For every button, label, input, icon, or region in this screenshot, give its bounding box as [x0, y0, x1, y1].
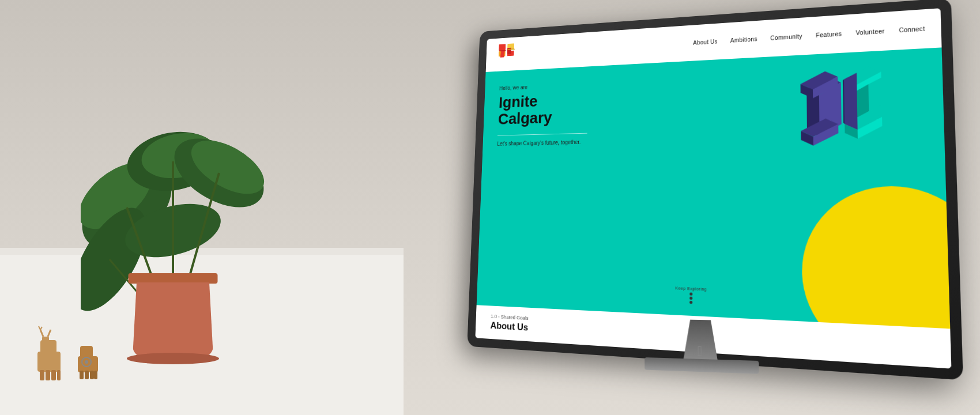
svg-line-23 [40, 327, 42, 330]
nav-link-community[interactable]: Community [770, 33, 802, 41]
hero-section: Hello, we are Ignite Calgary Let's shape… [477, 47, 951, 329]
svg-rect-26 [80, 371, 84, 379]
hero-yellow-circle [801, 186, 950, 329]
svg-rect-25 [80, 346, 93, 359]
svg-rect-16 [46, 370, 50, 380]
svg-line-20 [40, 330, 43, 337]
scroll-dots [689, 292, 692, 304]
svg-rect-17 [51, 370, 56, 380]
svg-rect-24 [78, 356, 98, 372]
svg-rect-29 [94, 371, 97, 379]
toy-animals [32, 323, 147, 380]
nav-link-about-us[interactable]: About Us [693, 39, 718, 46]
monitor-body: About Us Ambitions Community Features Vo… [467, 0, 963, 380]
nav-link-volunteer[interactable]: Volunteer [855, 28, 884, 36]
hero-divider [497, 133, 587, 136]
hero-subtitle: Hello, we are [499, 81, 589, 91]
keep-exploring-text: Keep Exploring [675, 286, 707, 291]
hero-title: Ignite Calgary [498, 90, 589, 127]
hero-content: Hello, we are Ignite Calgary Let's shape… [496, 81, 588, 163]
plant-area [81, 115, 265, 357]
nav-link-connect[interactable]: Connect [899, 25, 925, 33]
scroll-dot-1 [689, 292, 692, 295]
svg-rect-18 [57, 370, 61, 380]
svg-rect-28 [90, 371, 94, 379]
nav-link-ambitions[interactable]: Ambitions [730, 36, 757, 44]
svg-rect-19 [42, 337, 49, 342]
site-logo [497, 42, 521, 66]
svg-line-21 [48, 330, 51, 337]
hero-tagline: Let's shape Calgary's future, together. [497, 139, 587, 147]
svg-rect-15 [40, 370, 44, 380]
website-content: About Us Ambitions Community Features Vo… [475, 8, 951, 368]
svg-marker-57 [844, 73, 858, 130]
svg-rect-14 [40, 340, 56, 356]
nav-link-features[interactable]: Features [816, 31, 842, 39]
scroll-dot-2 [689, 297, 692, 300]
hero-logo-3d [794, 61, 925, 169]
apple-logo:  [698, 343, 703, 359]
scroll-dot-3 [689, 301, 692, 304]
svg-rect-27 [85, 371, 89, 379]
monitor-wrapper: About Us Ambitions Community Features Vo… [450, 12, 951, 392]
nav-links: About Us Ambitions Community Features Vo… [693, 25, 925, 46]
keep-exploring[interactable]: Keep Exploring [675, 286, 707, 304]
monitor-stand-base [644, 357, 759, 374]
svg-point-31 [85, 360, 88, 364]
svg-rect-37 [507, 47, 511, 54]
pot-rim [129, 273, 218, 284]
monitor-screen: About Us Ambitions Community Features Vo… [475, 8, 951, 368]
